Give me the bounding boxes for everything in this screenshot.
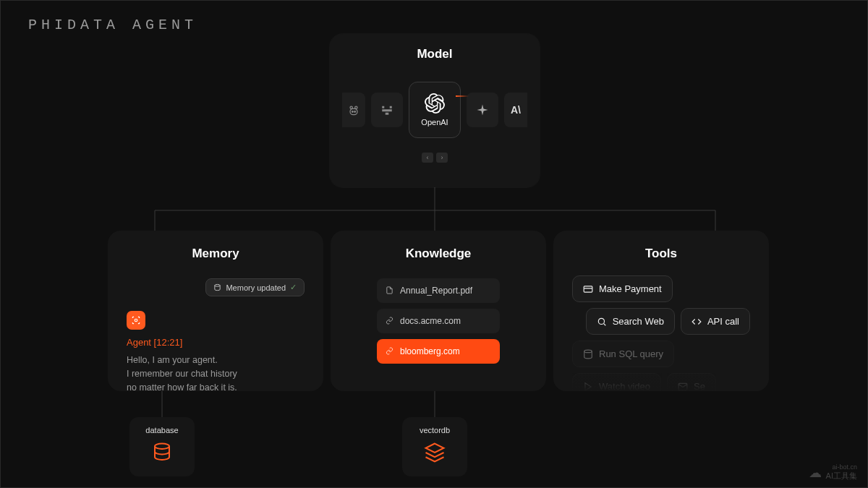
model-row: OpenAI A\ (339, 82, 531, 138)
model-selected-label: OpenAI (421, 118, 448, 127)
svg-rect-5 (382, 106, 384, 108)
svg-rect-7 (382, 109, 392, 111)
pager-next[interactable]: › (436, 153, 448, 163)
model-option-ollama[interactable] (342, 93, 365, 127)
model-card-title: Model (339, 47, 531, 61)
page-title: PHIDATA AGENT (28, 17, 197, 33)
tool-run-sql[interactable]: Run SQL query (572, 341, 674, 367)
model-option-mistral[interactable] (371, 93, 403, 127)
knowledge-title: Knowledge (349, 247, 527, 261)
tools-panel: Tools Make Payment Search Web API call R… (553, 231, 769, 391)
vectordb-box: vectordb (402, 417, 467, 476)
mistral-icon (380, 103, 393, 116)
search-icon (597, 317, 607, 327)
pager-prev[interactable]: ‹ (422, 153, 433, 163)
ollama-icon (346, 103, 361, 117)
svg-rect-11 (584, 286, 592, 291)
svg-point-3 (352, 111, 354, 113)
database-icon (583, 349, 593, 359)
agent-avatar-icon (127, 311, 145, 330)
model-option-anthropic[interactable]: A\ (504, 93, 527, 127)
svg-point-4 (354, 111, 356, 113)
tool-api-call[interactable]: API call (681, 308, 750, 335)
openai-icon (425, 93, 445, 114)
model-card: Model OpenAI A\ ‹ › (330, 34, 540, 187)
knowledge-item-file[interactable]: Annual_Report.pdf (377, 278, 500, 303)
check-icon: ✓ (290, 283, 297, 292)
knowledge-item-link-active[interactable]: bloomberg.com (377, 339, 500, 364)
watermark: ☁ ai-bot.cn AI工具集 (809, 463, 857, 481)
memory-updated-badge: Memory updated ✓ (205, 278, 305, 296)
agent-message: Hello, I am your agent. I remember our c… (127, 354, 305, 391)
tools-title: Tools (572, 247, 750, 261)
tool-make-payment[interactable]: Make Payment (572, 275, 673, 302)
knowledge-item-link-1[interactable]: docs.acme.com (377, 309, 500, 333)
svg-point-13 (598, 318, 604, 324)
svg-point-0 (350, 106, 352, 108)
credit-card-icon (583, 284, 593, 294)
database-icon (137, 442, 187, 466)
model-option-openai-selected[interactable]: OpenAI (409, 82, 461, 138)
database-label: database (137, 426, 187, 435)
svg-point-10 (135, 319, 137, 322)
svg-point-15 (584, 350, 592, 353)
svg-rect-8 (386, 113, 389, 115)
code-icon (692, 317, 702, 327)
link-icon (386, 347, 394, 356)
vectordb-label: vectordb (409, 426, 460, 435)
database-box: database (129, 417, 195, 476)
memory-panel: Memory Memory updated ✓ Agent [12:21] He… (108, 231, 323, 391)
file-icon (386, 286, 394, 296)
sparkle-icon (476, 103, 489, 116)
layers-icon (409, 442, 460, 466)
tools-fade-overlay (553, 369, 769, 391)
model-option-gemini[interactable] (467, 93, 498, 127)
knowledge-panel: Knowledge Annual_Report.pdf docs.acme.co… (331, 231, 546, 391)
svg-rect-6 (390, 106, 392, 108)
svg-marker-19 (426, 444, 444, 453)
svg-point-18 (155, 444, 169, 450)
svg-rect-2 (350, 108, 357, 114)
memory-title: Memory (127, 247, 305, 261)
cloud-icon: ☁ (809, 465, 822, 481)
link-icon (386, 317, 394, 326)
memory-badge-text: Memory updated (226, 283, 286, 292)
storage-icon (213, 283, 221, 291)
model-pager: ‹ › (339, 153, 531, 163)
svg-point-1 (355, 106, 357, 108)
svg-point-9 (215, 284, 220, 286)
svg-line-14 (603, 323, 605, 325)
tool-search-web[interactable]: Search Web (586, 308, 675, 335)
agent-label: Agent [12:21] (127, 337, 305, 348)
